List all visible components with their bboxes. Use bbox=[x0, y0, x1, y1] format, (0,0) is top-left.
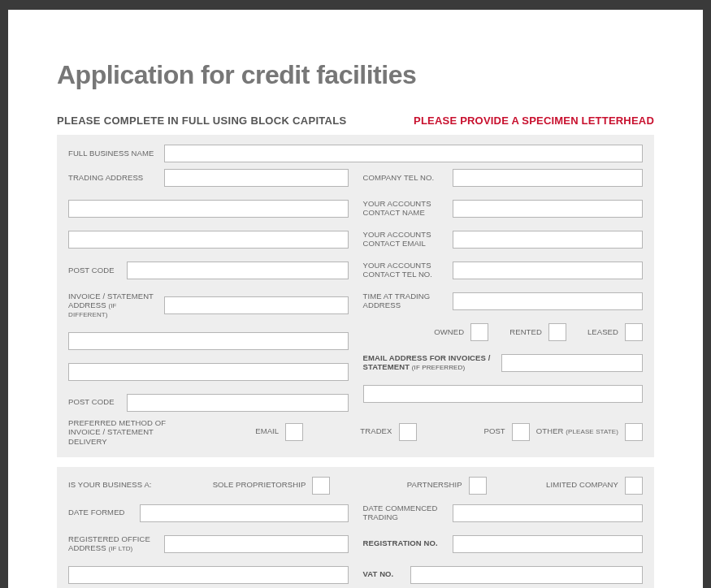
section-business-details: FULL BUSINESS NAME TRADING ADDRESS POST … bbox=[57, 135, 654, 457]
label-email-invoice-sub: (IF PREFERRED) bbox=[412, 364, 465, 371]
col-right: COMPANY TEL NO. YOUR ACCOUNTS CONTACT NA… bbox=[363, 169, 644, 412]
label-reg-office: REGISTERED OFFICE ADDRESS (IF LTD) bbox=[68, 535, 156, 553]
input-post-code-1[interactable] bbox=[127, 262, 349, 279]
label-company-tel: COMPANY TEL NO. bbox=[363, 174, 444, 183]
label-accounts-email: YOUR ACCOUNTS CONTACT EMAIL bbox=[363, 231, 444, 249]
checkbox-pref-email[interactable] bbox=[285, 423, 303, 441]
col-left: TRADING ADDRESS POST CODE INVOICE / STAT… bbox=[68, 169, 349, 412]
input-invoice-address-2[interactable] bbox=[68, 332, 349, 350]
checkbox-pref-tradex[interactable] bbox=[399, 423, 417, 441]
label-post-code-2: POST CODE bbox=[68, 398, 119, 407]
label-pref-other-sub: (PLEASE STATE) bbox=[566, 428, 618, 435]
input-company-tel[interactable] bbox=[453, 169, 644, 187]
label-leased: LEASED bbox=[587, 328, 618, 337]
input-date-formed[interactable] bbox=[140, 504, 349, 522]
label-pref-other: OTHER (PLEASE STATE) bbox=[536, 427, 618, 436]
checkbox-pref-other[interactable] bbox=[625, 423, 643, 441]
input-reg-no[interactable] bbox=[453, 535, 644, 553]
label-is-your-business: IS YOUR BUSINESS A: bbox=[68, 481, 174, 490]
label-rented: RENTED bbox=[509, 328, 542, 337]
input-reg-office-2[interactable] bbox=[68, 566, 349, 584]
section-business-type: IS YOUR BUSINESS A: SOLE PROPRIETORSHIP … bbox=[57, 467, 654, 588]
label-trading-address: TRADING ADDRESS bbox=[68, 174, 156, 183]
label-pref-post: POST bbox=[483, 427, 505, 436]
input-invoice-address-3[interactable] bbox=[68, 363, 349, 381]
label-owned: OWNED bbox=[434, 328, 464, 337]
label-time-at-addr: TIME AT TRADING ADDRESS bbox=[363, 292, 444, 310]
input-time-at-addr[interactable] bbox=[453, 292, 644, 310]
input-email-invoice[interactable] bbox=[501, 354, 644, 372]
checkbox-pref-post[interactable] bbox=[512, 423, 530, 441]
input-accounts-email[interactable] bbox=[453, 231, 644, 249]
checkbox-owned[interactable] bbox=[470, 323, 488, 341]
label-accounts-tel: YOUR ACCOUNTS CONTACT TEL NO. bbox=[363, 262, 444, 279]
input-post-code-2[interactable] bbox=[127, 394, 349, 412]
checkbox-ltd[interactable] bbox=[625, 477, 643, 495]
label-pref-email: EMAIL bbox=[255, 427, 279, 436]
input-email-invoice-2[interactable] bbox=[363, 385, 644, 403]
input-invoice-address-1[interactable] bbox=[164, 296, 349, 314]
label-full-business-name: FULL BUSINESS NAME bbox=[68, 149, 156, 158]
subhead-right: PLEASE PROVIDE A SPECIMEN LETTERHEAD bbox=[414, 115, 654, 127]
label-vat-no: VAT NO. bbox=[363, 570, 402, 579]
label-reg-office-sub: (IF LTD) bbox=[108, 545, 132, 552]
label-email-invoice: EMAIL ADDRESS FOR INVOICES / STATEMENT (… bbox=[363, 354, 493, 372]
input-trading-address-3[interactable] bbox=[68, 231, 349, 249]
input-trading-address-2[interactable] bbox=[68, 200, 349, 218]
label-date-formed: DATE FORMED bbox=[68, 508, 132, 517]
label-partnership: PARTNERSHIP bbox=[407, 481, 462, 490]
label-invoice-address: INVOICE / STATEMENT ADDRESS (IF DIFFEREN… bbox=[68, 292, 156, 319]
form-page: Application for credit facilities PLEASE… bbox=[8, 10, 703, 588]
label-pref-method: PREFERRED METHOD OF INVOICE / STATEMENT … bbox=[68, 418, 190, 446]
checkbox-rented[interactable] bbox=[548, 323, 566, 341]
label-pref-tradex: TRADEX bbox=[360, 427, 392, 436]
input-date-commenced[interactable] bbox=[453, 504, 644, 522]
input-vat-no[interactable] bbox=[410, 566, 644, 584]
input-reg-office-1[interactable] bbox=[164, 535, 349, 553]
checkbox-sole-prop[interactable] bbox=[312, 477, 330, 495]
col-right-2: DATE COMMENCED TRADING REGISTRATION NO. … bbox=[363, 504, 644, 588]
label-pref-other-text: OTHER bbox=[536, 426, 564, 435]
input-full-business-name[interactable] bbox=[164, 145, 643, 162]
col-left-2: DATE FORMED REGISTERED OFFICE ADDRESS (I… bbox=[68, 504, 349, 588]
label-accounts-name: YOUR ACCOUNTS CONTACT NAME bbox=[363, 200, 444, 218]
label-reg-no: REGISTRATION NO. bbox=[363, 539, 444, 548]
subhead-left: PLEASE COMPLETE IN FULL USING BLOCK CAPI… bbox=[57, 115, 347, 127]
label-date-commenced: DATE COMMENCED TRADING bbox=[363, 504, 444, 522]
input-trading-address-1[interactable] bbox=[164, 169, 349, 187]
page-title: Application for credit facilities bbox=[57, 60, 654, 90]
label-ltd: LIMITED COMPANY bbox=[546, 481, 618, 490]
input-accounts-tel[interactable] bbox=[453, 262, 644, 279]
label-sole-prop: SOLE PROPRIETORSHIP bbox=[213, 481, 306, 490]
checkbox-partnership[interactable] bbox=[469, 477, 487, 495]
checkbox-leased[interactable] bbox=[625, 323, 643, 341]
input-accounts-name[interactable] bbox=[453, 200, 644, 218]
label-post-code-1: POST CODE bbox=[68, 266, 119, 275]
subheading-row: PLEASE COMPLETE IN FULL USING BLOCK CAPI… bbox=[57, 115, 654, 127]
